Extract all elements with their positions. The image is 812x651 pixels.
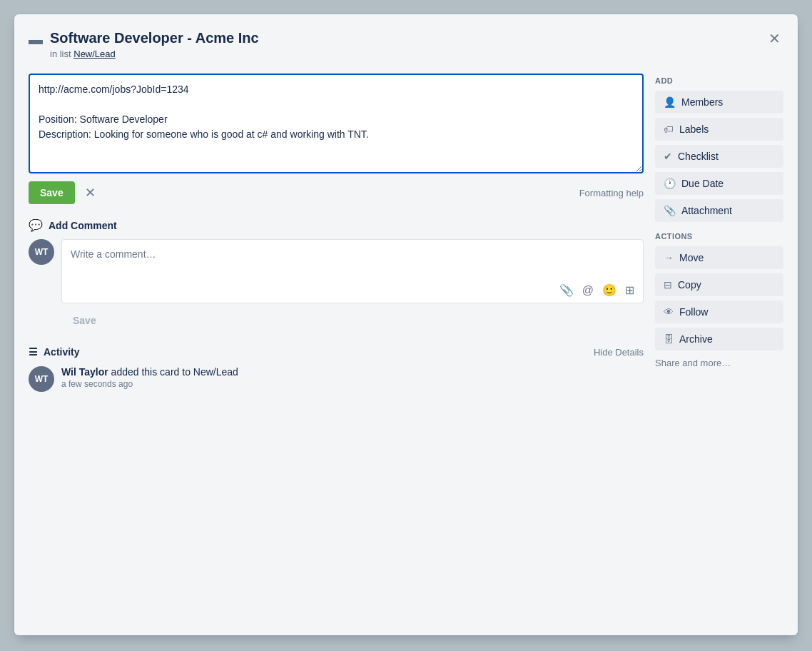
checklist-icon: ✔ — [664, 151, 672, 162]
formatting-help-link[interactable]: Formatting help — [579, 188, 644, 198]
emoji-icon[interactable]: 🙂 — [602, 283, 616, 297]
actions-section-label: Actions — [655, 232, 783, 241]
activity-title: ☰ Activity — [29, 346, 80, 358]
members-icon: 👤 — [664, 96, 676, 108]
description-save-button[interactable]: Save — [29, 181, 75, 204]
move-button[interactable]: → Move — [655, 246, 783, 269]
hide-details-link[interactable]: Hide Details — [594, 347, 644, 358]
comment-toolbar: 📎 @ 🙂 ⊞ — [71, 283, 634, 297]
archive-button[interactable]: 🗄 Archive — [655, 328, 783, 350]
comment-save-button: Save — [61, 309, 108, 332]
activity-avatar: WT — [29, 366, 54, 392]
card-list-info: in list New/Lead — [50, 49, 766, 59]
user-avatar: WT — [29, 239, 54, 265]
modal-body: http://acme.com/jobs?JobId=1234 Position… — [29, 74, 783, 621]
description-textarea[interactable]: http://acme.com/jobs?JobId=1234 Position… — [29, 74, 644, 173]
add-section-label: Add — [655, 76, 783, 85]
activity-icon: ☰ — [29, 346, 38, 358]
follow-icon: 👁 — [664, 306, 674, 318]
checklist-button[interactable]: ✔ Checklist — [655, 145, 783, 168]
modal-header: ▬ Software Developer - Acme Inc in list … — [29, 29, 783, 59]
add-comment-label: Add Comment — [49, 220, 117, 231]
card-type-icon: ▬ — [29, 31, 43, 48]
attachment-button[interactable]: 📎 Attachment — [655, 199, 783, 222]
card-title: Software Developer - Acme Inc — [50, 29, 766, 47]
activity-header: ☰ Activity Hide Details — [29, 346, 644, 358]
activity-timestamp: a few seconds ago — [61, 379, 238, 389]
due-date-icon: 🕐 — [664, 178, 676, 189]
format-icon[interactable]: ⊞ — [625, 283, 634, 297]
move-icon: → — [664, 252, 674, 263]
comment-icon: 💬 — [29, 218, 43, 232]
copy-button[interactable]: ⊟ Copy — [655, 273, 783, 296]
card-modal: ▬ Software Developer - Acme Inc in list … — [14, 14, 798, 635]
due-date-button[interactable]: 🕐 Due Date — [655, 172, 783, 195]
activity-description: added this card to New/Lead — [108, 366, 238, 378]
close-button[interactable]: ✕ — [766, 29, 783, 49]
title-area: Software Developer - Acme Inc in list Ne… — [50, 29, 766, 59]
activity-list: WT Wil Taylor added this card to New/Lea… — [29, 366, 644, 392]
mention-icon[interactable]: @ — [582, 284, 594, 297]
attachment-icon: 📎 — [664, 205, 676, 216]
archive-icon: 🗄 — [664, 333, 674, 345]
follow-button[interactable]: 👁 Follow — [655, 301, 783, 323]
in-list-prefix: in list — [50, 49, 71, 59]
labels-icon: 🏷 — [664, 123, 674, 135]
main-content: http://acme.com/jobs?JobId=1234 Position… — [29, 74, 644, 621]
add-comment-header: 💬 Add Comment — [29, 218, 644, 232]
comment-box[interactable]: Write a comment… 📎 @ 🙂 ⊞ — [61, 239, 644, 303]
attach-icon[interactable]: 📎 — [559, 283, 574, 297]
activity-item-text: Wil Taylor added this card to New/Lead a… — [61, 366, 238, 389]
comment-placeholder: Write a comment… — [71, 246, 634, 278]
share-and-more-link[interactable]: Share and more… — [655, 355, 783, 371]
members-button[interactable]: 👤 Members — [655, 91, 783, 113]
activity-item: WT Wil Taylor added this card to New/Lea… — [29, 366, 644, 392]
description-cancel-button[interactable]: ✕ — [81, 182, 100, 203]
sidebar: Add 👤 Members 🏷 Labels ✔ Checklist 🕐 Due… — [655, 74, 783, 621]
labels-button[interactable]: 🏷 Labels — [655, 118, 783, 141]
copy-icon: ⊟ — [664, 279, 672, 291]
list-name-link[interactable]: New/Lead — [73, 49, 116, 59]
comment-input-row: WT Write a comment… 📎 @ 🙂 ⊞ Save — [29, 239, 644, 332]
activity-author: Wil Taylor — [61, 366, 108, 378]
description-actions: Save ✕ Formatting help — [29, 181, 644, 204]
